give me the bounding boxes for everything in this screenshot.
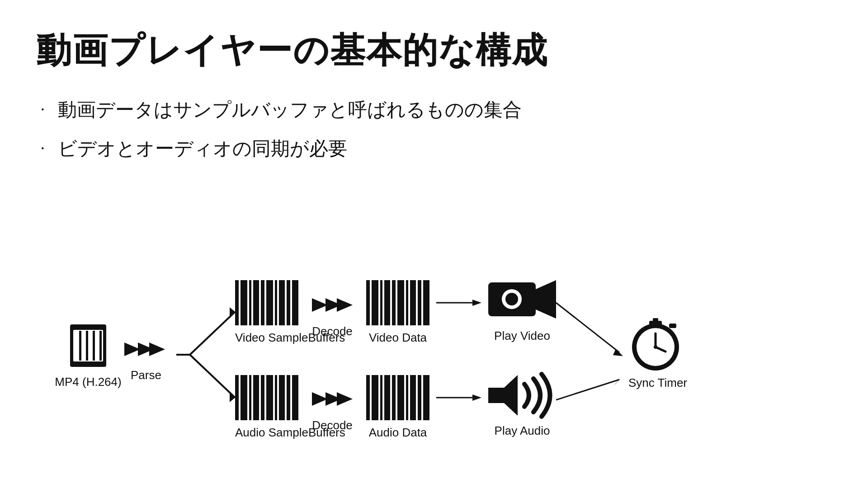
svg-rect-28 xyxy=(275,280,277,325)
svg-rect-27 xyxy=(266,280,273,325)
audio-sb-icon xyxy=(235,375,298,420)
svg-rect-56 xyxy=(266,375,273,420)
svg-rect-59 xyxy=(287,375,290,420)
svg-rect-66 xyxy=(380,375,382,420)
slide: 動画プレイヤーの基本的な構成 ・ 動画データはサンプルバッファと呼ばれるものの集… xyxy=(0,0,868,488)
svg-marker-46 xyxy=(472,300,481,306)
bullet-item-1: ・ 動画データはサンプルバッファと呼ばれるものの集合 xyxy=(36,97,832,122)
svg-rect-71 xyxy=(410,375,416,420)
video-data-label: Video Data xyxy=(366,331,429,345)
svg-rect-25 xyxy=(253,280,259,325)
bullet-dot-1: ・ xyxy=(36,101,49,118)
svg-rect-53 xyxy=(249,375,251,420)
bullet-text-2: ビデオとオーディオの同期が必要 xyxy=(58,136,347,161)
mp4-label: MP4 (H.264) xyxy=(45,375,131,389)
svg-rect-42 xyxy=(410,280,416,325)
svg-rect-4 xyxy=(65,345,70,351)
svg-rect-7 xyxy=(106,336,111,342)
svg-point-49 xyxy=(505,293,518,305)
camera-icon xyxy=(488,276,556,325)
parse-arrow-svg xyxy=(124,333,165,365)
svg-marker-75 xyxy=(472,394,481,401)
bullet-list: ・ 動画データはサンプルバッファと呼ばれるものの集合 ・ ビデオとオーディオの同… xyxy=(36,97,832,161)
svg-rect-2 xyxy=(65,327,70,333)
svg-marker-34 xyxy=(337,298,353,312)
play-video: Play Video xyxy=(488,276,556,343)
speaker-icon xyxy=(488,371,556,420)
svg-rect-54 xyxy=(253,375,259,420)
svg-line-18 xyxy=(190,312,235,355)
svg-rect-80 xyxy=(669,324,676,328)
audio-data-to-play-arrow xyxy=(436,391,481,404)
svg-rect-26 xyxy=(261,280,264,325)
video-data-to-play-arrow xyxy=(436,296,481,310)
audio-decode-arrow: Decode xyxy=(312,383,353,432)
diagram-inner: MP4 (H.264) Parse xyxy=(36,271,832,461)
video-data: Video Data xyxy=(366,280,429,345)
svg-rect-3 xyxy=(65,336,70,342)
video-decode-arrow: Decode xyxy=(312,289,353,338)
svg-rect-57 xyxy=(275,375,277,420)
svg-rect-29 xyxy=(279,280,285,325)
svg-rect-52 xyxy=(241,375,247,420)
svg-line-87 xyxy=(556,380,619,400)
svg-rect-73 xyxy=(423,375,429,420)
svg-rect-58 xyxy=(279,375,285,420)
svg-rect-67 xyxy=(384,375,390,420)
svg-rect-22 xyxy=(235,280,239,325)
play-audio: Play Audio xyxy=(488,371,556,438)
svg-marker-32 xyxy=(312,298,328,312)
svg-rect-31 xyxy=(292,280,298,325)
svg-rect-51 xyxy=(235,375,239,420)
bullet-dot-2: ・ xyxy=(36,140,49,157)
svg-rect-79 xyxy=(653,318,658,324)
audio-decode-arrow-svg xyxy=(312,383,353,415)
svg-marker-63 xyxy=(337,392,353,406)
svg-rect-41 xyxy=(406,280,408,325)
svg-rect-65 xyxy=(372,375,378,420)
svg-rect-38 xyxy=(384,280,390,325)
svg-rect-39 xyxy=(392,280,396,325)
parse-arrow xyxy=(124,333,165,367)
svg-rect-5 xyxy=(65,354,70,360)
svg-rect-72 xyxy=(418,375,421,420)
video-sb-icon xyxy=(235,280,298,325)
svg-point-84 xyxy=(654,345,657,349)
svg-rect-8 xyxy=(106,345,111,351)
svg-marker-50 xyxy=(536,280,556,319)
svg-rect-6 xyxy=(106,327,111,333)
play-audio-label: Play Audio xyxy=(488,424,556,438)
svg-rect-23 xyxy=(241,280,247,325)
svg-rect-13 xyxy=(99,331,102,361)
svg-line-19 xyxy=(190,355,235,398)
svg-line-85 xyxy=(556,303,619,352)
audio-data-label: Audio Data xyxy=(366,426,429,440)
svg-rect-30 xyxy=(287,280,290,325)
play-video-label: Play Video xyxy=(488,329,556,343)
svg-rect-43 xyxy=(418,280,421,325)
film-icon xyxy=(63,321,113,371)
sync-lines-svg xyxy=(556,271,646,461)
svg-rect-55 xyxy=(261,375,264,420)
svg-rect-70 xyxy=(406,375,408,420)
svg-rect-37 xyxy=(380,280,382,325)
fork-svg xyxy=(176,298,235,411)
slide-title: 動画プレイヤーの基本的な構成 xyxy=(36,27,832,75)
svg-rect-24 xyxy=(249,280,251,325)
svg-marker-86 xyxy=(613,349,623,356)
svg-rect-40 xyxy=(397,280,404,325)
svg-marker-16 xyxy=(149,343,165,356)
bullet-text-1: 動画データはサンプルバッファと呼ばれるものの集合 xyxy=(58,97,522,122)
svg-marker-14 xyxy=(124,343,140,356)
video-decode-label: Decode xyxy=(312,324,353,338)
audio-decode-label: Decode xyxy=(312,418,353,432)
filmstrip-svg xyxy=(63,321,113,371)
svg-rect-60 xyxy=(292,375,298,420)
svg-rect-36 xyxy=(372,280,378,325)
svg-rect-9 xyxy=(106,354,111,360)
diagram: MP4 (H.264) Parse xyxy=(36,271,832,461)
svg-rect-11 xyxy=(86,331,88,361)
video-decode-arrow-svg xyxy=(312,289,353,321)
svg-rect-64 xyxy=(366,375,370,420)
svg-rect-10 xyxy=(79,331,81,361)
